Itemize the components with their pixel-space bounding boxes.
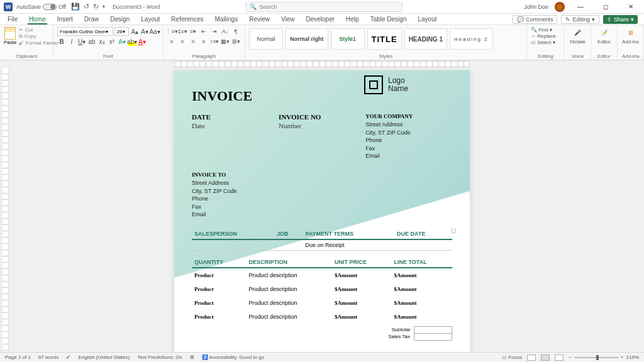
- horizontal-ruler[interactable]: [0, 60, 644, 68]
- numbering-icon[interactable]: 1≡▾: [178, 27, 187, 36]
- tab-layout[interactable]: Layout: [416, 14, 438, 24]
- undo-icon[interactable]: ↺: [84, 3, 89, 11]
- font-color-icon[interactable]: A▾: [138, 37, 147, 46]
- highlight-icon[interactable]: ab▾: [128, 37, 136, 46]
- change-case-icon[interactable]: Aa▾: [150, 27, 159, 36]
- user-name[interactable]: John Doe: [524, 4, 548, 10]
- paste-button[interactable]: Paste: [4, 27, 16, 45]
- vertical-ruler[interactable]: [1, 68, 9, 352]
- font-size-select[interactable]: 26 ▾: [114, 27, 130, 36]
- tab-help[interactable]: Help: [345, 14, 360, 24]
- line-spacing-icon[interactable]: ↕≡▾: [210, 37, 219, 46]
- table-row[interactable]: ProductProduct description$Amount$Amount: [192, 282, 452, 296]
- tab-table-design[interactable]: Table Design: [369, 14, 408, 24]
- logo-icon[interactable]: [364, 75, 383, 94]
- invoice-no-value[interactable]: Number: [279, 122, 353, 129]
- user-avatar[interactable]: [555, 2, 565, 12]
- dictate-button[interactable]: 🎤 Dictate: [569, 27, 587, 45]
- text-predictions[interactable]: Text Predictions: On: [137, 354, 182, 360]
- tab-insert[interactable]: Insert: [56, 14, 74, 24]
- editor-button[interactable]: 📝 Editor: [595, 27, 613, 45]
- zoom-slider[interactable]: − + 110%: [569, 354, 639, 360]
- autosave-toggle[interactable]: AutoSave Off: [16, 4, 66, 10]
- display-settings-icon[interactable]: ⊞: [190, 354, 194, 360]
- table-row[interactable]: ProductProduct description$Amount$Amount: [192, 296, 452, 310]
- align-center-icon[interactable]: ≡: [178, 37, 187, 46]
- sort-icon[interactable]: A↓: [221, 27, 230, 36]
- style-title[interactable]: TITLE: [367, 28, 402, 50]
- tab-file[interactable]: File: [6, 14, 19, 24]
- shrink-font-icon[interactable]: A▾: [140, 27, 149, 36]
- increase-indent-icon[interactable]: ⇥: [210, 27, 219, 36]
- style-normal[interactable]: Normal: [249, 28, 283, 50]
- date-value[interactable]: Date: [192, 122, 266, 129]
- style-heading-1[interactable]: HEADING 1: [404, 28, 447, 50]
- align-left-icon[interactable]: ≡: [167, 37, 176, 46]
- share-button[interactable]: ⇪ Share ▾: [603, 15, 638, 24]
- replace-button[interactable]: ↔ Replace: [531, 33, 560, 39]
- find-button[interactable]: 🔍 Find ▾: [531, 27, 560, 33]
- print-layout-icon[interactable]: [541, 354, 550, 361]
- subscript-icon[interactable]: x₂: [97, 37, 106, 46]
- invoice-items-table[interactable]: QUANTITYDESCRIPTIONUNIT PRICELINE TOTAL …: [192, 257, 452, 324]
- accessibility-status[interactable]: ♿ Accessibility: Good to go: [202, 354, 264, 360]
- spellcheck-icon[interactable]: ✔: [66, 354, 70, 360]
- bold-icon[interactable]: B: [57, 37, 66, 46]
- totals[interactable]: Subtotal Sales Tax: [192, 326, 452, 341]
- tab-references[interactable]: References: [170, 14, 204, 24]
- tab-home[interactable]: Home: [28, 14, 47, 25]
- read-mode-icon[interactable]: [527, 354, 536, 361]
- zoom-level[interactable]: 110%: [626, 354, 639, 360]
- minimize-button[interactable]: —: [571, 3, 590, 10]
- style-style1[interactable]: Style1: [331, 28, 365, 50]
- decrease-indent-icon[interactable]: ⇤: [199, 27, 208, 36]
- show-marks-icon[interactable]: ¶: [231, 27, 240, 36]
- close-button[interactable]: ✕: [621, 3, 640, 10]
- tab-mailings[interactable]: Mailings: [213, 14, 239, 24]
- invoice-title[interactable]: INVOICE: [192, 88, 352, 104]
- redo-icon[interactable]: ↻: [93, 3, 99, 11]
- date-label[interactable]: DATE: [192, 113, 266, 121]
- web-layout-icon[interactable]: [555, 354, 564, 361]
- invoice-to-label[interactable]: INVOICE TO: [192, 172, 452, 178]
- superscript-icon[interactable]: x²: [108, 37, 116, 46]
- company-address[interactable]: Street AddressCity, ST ZIP CodePhoneFaxE…: [365, 121, 452, 160]
- editing-mode-button[interactable]: ✎ Editing ▾: [561, 15, 599, 24]
- zoom-out-icon[interactable]: −: [569, 354, 572, 360]
- multilevel-icon[interactable]: ≡▾: [189, 27, 197, 36]
- focus-mode[interactable]: ▭ Focus: [502, 354, 522, 360]
- restore-button[interactable]: ◻: [596, 3, 615, 10]
- invoice-no-label[interactable]: INVOICE NO: [279, 113, 353, 121]
- tab-layout[interactable]: Layout: [140, 14, 161, 24]
- justify-icon[interactable]: ≡: [199, 37, 208, 46]
- comments-button[interactable]: 💬 Comments: [513, 15, 558, 24]
- search-input[interactable]: 🔍 Search: [245, 2, 402, 12]
- tab-review[interactable]: Review: [248, 14, 271, 24]
- qat-dropdown-icon[interactable]: ▾: [103, 4, 105, 9]
- table-row[interactable]: ProductProduct description$Amount$Amount: [192, 310, 452, 324]
- collapse-ribbon-icon[interactable]: ⌄: [636, 52, 641, 58]
- font-name-select[interactable]: Franklin Gothic Dem ▾: [57, 27, 113, 36]
- invoice-to-address[interactable]: Street AddressCity, ST ZIP CodePhoneFaxE…: [192, 179, 452, 219]
- language-status[interactable]: English (United States): [78, 354, 130, 360]
- grow-font-icon[interactable]: A▴: [130, 27, 139, 36]
- italic-icon[interactable]: I: [67, 37, 76, 46]
- tab-view[interactable]: View: [280, 14, 296, 24]
- borders-icon[interactable]: ⊞▾: [231, 37, 240, 46]
- strike-icon[interactable]: ab: [87, 37, 96, 46]
- your-company-label[interactable]: YOUR COMPANY: [365, 113, 452, 119]
- zoom-in-icon[interactable]: +: [621, 354, 624, 360]
- table-row[interactable]: ProductProduct description$Amount$Amount: [192, 268, 452, 282]
- word-count[interactable]: 67 words: [38, 354, 58, 360]
- page[interactable]: INVOICE LogoName DATE Date: [174, 70, 470, 352]
- addins-button[interactable]: ⊞ Add-ins: [621, 27, 640, 45]
- underline-icon[interactable]: U▾: [77, 37, 86, 46]
- align-right-icon[interactable]: ≡: [189, 37, 197, 46]
- invoice-header-table[interactable]: SALESPERSONJOBPAYMENT TERMSDUE DATE Due …: [192, 229, 452, 251]
- tab-developer[interactable]: Developer: [304, 14, 336, 24]
- shading-icon[interactable]: ▦▾: [221, 37, 230, 46]
- style-normal-right[interactable]: Normal right: [286, 28, 328, 50]
- bullets-icon[interactable]: ⋮≡▾: [167, 27, 176, 36]
- save-icon[interactable]: 💾: [71, 3, 80, 11]
- select-button[interactable]: ▭ Select ▾: [531, 40, 560, 45]
